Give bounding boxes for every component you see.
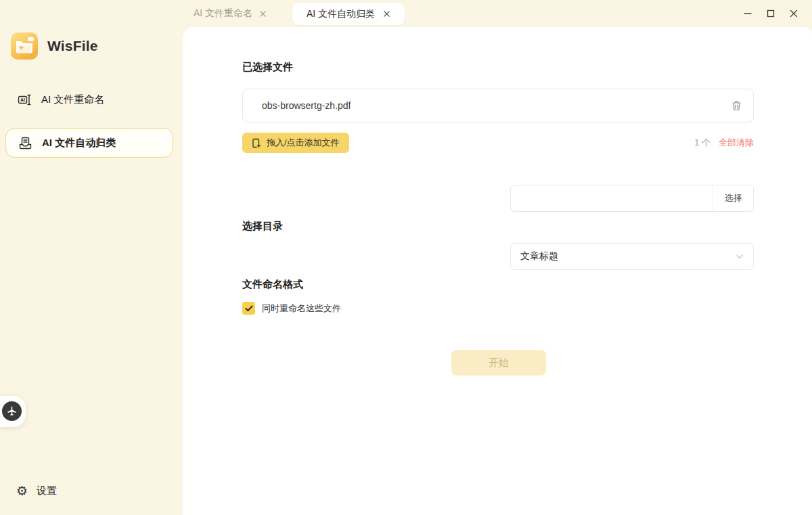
add-files-label: 拖入/点击添加文件	[267, 137, 340, 149]
naming-format-value: 文章标题	[520, 250, 736, 263]
sidebar-item-ai-file-classify[interactable]: AI 文件自动归类	[5, 128, 173, 158]
close-icon[interactable]	[785, 5, 803, 22]
rename-also-label: 同时重命名这些文件	[262, 303, 341, 315]
add-file-row: 拖入/点击添加文件 1 个 全部清除	[242, 133, 754, 153]
rename-also-checkbox-row[interactable]: 同时重命名这些文件	[242, 302, 341, 315]
app-brand: WisFile	[11, 32, 98, 60]
floating-pill[interactable]	[0, 396, 26, 427]
sidebar-item-label: AI 文件自动归类	[42, 137, 116, 150]
settings-label: 设置	[37, 485, 57, 497]
tab-close-icon[interactable]	[383, 10, 390, 18]
naming-format-label: 文件命名格式	[242, 278, 303, 291]
gear-icon: ⚙	[16, 485, 28, 497]
file-name: obs-browsertg-zh.pdf	[262, 100, 719, 111]
maximize-icon[interactable]	[762, 5, 780, 22]
directory-input[interactable]	[511, 185, 713, 211]
sidebar-item-ai-file-rename[interactable]: AI AI 文件重命名	[5, 85, 173, 114]
tab-close-icon[interactable]	[259, 10, 267, 18]
selected-files-label: 已选择文件	[242, 61, 293, 74]
add-file-icon	[252, 138, 261, 148]
sidebar: WisFile AI AI 文件重命名 AI 文件自动归类	[0, 0, 183, 515]
tab-label: AI 文件自动归类	[307, 8, 375, 20]
main-panel: 已选择文件 obs-browsertg-zh.pdf 拖入/点击添加文件 1 个	[183, 27, 812, 515]
classify-icon	[18, 136, 32, 150]
paper-plane-icon[interactable]	[2, 401, 22, 421]
directory-input-group: 选择	[510, 185, 754, 212]
minimize-icon[interactable]	[739, 5, 757, 22]
trash-icon[interactable]	[719, 89, 753, 122]
directory-label: 选择目录	[242, 220, 283, 233]
app-logo-icon	[11, 32, 38, 60]
file-list-item: obs-browsertg-zh.pdf	[242, 89, 754, 122]
naming-format-select[interactable]: 文章标题	[510, 243, 754, 270]
chevron-down-icon	[736, 252, 744, 261]
settings-button[interactable]: ⚙ 设置	[16, 485, 57, 497]
add-files-button[interactable]: 拖入/点击添加文件	[242, 133, 349, 153]
tab-ai-file-rename[interactable]: AI 文件重命名	[188, 0, 272, 27]
file-meta: 1 个 全部清除	[694, 133, 754, 153]
sidebar-item-label: AI 文件重命名	[41, 93, 104, 106]
tab-ai-file-classify[interactable]: AI 文件自动归类	[292, 3, 405, 25]
tab-label: AI 文件重命名	[194, 7, 252, 20]
choose-directory-button[interactable]: 选择	[713, 185, 753, 211]
file-count: 1 个	[694, 137, 710, 149]
window-controls	[739, 0, 803, 27]
checkbox-checked-icon[interactable]	[242, 302, 255, 315]
start-button[interactable]: 开始	[451, 350, 546, 376]
rename-icon: AI	[18, 93, 32, 107]
app-name: WisFile	[47, 38, 98, 54]
svg-text:AI: AI	[20, 97, 25, 102]
clear-all-button[interactable]: 全部清除	[719, 137, 754, 149]
